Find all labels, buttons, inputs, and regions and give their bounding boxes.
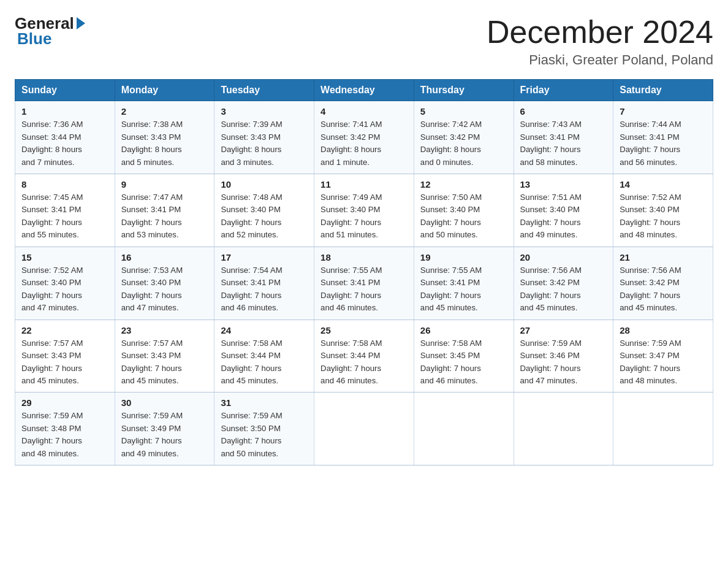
calendar-week-row: 29Sunrise: 7:59 AMSunset: 3:48 PMDayligh… xyxy=(15,393,713,465)
calendar-day-cell: 29Sunrise: 7:59 AMSunset: 3:48 PMDayligh… xyxy=(15,393,115,465)
day-number: 5 xyxy=(420,106,507,117)
calendar-week-row: 1Sunrise: 7:36 AMSunset: 3:44 PMDaylight… xyxy=(15,101,713,174)
calendar-table: Sunday Monday Tuesday Wednesday Thursday… xyxy=(15,79,713,465)
day-number: 7 xyxy=(620,106,707,117)
calendar-day-cell: 26Sunrise: 7:58 AMSunset: 3:45 PMDayligh… xyxy=(414,320,514,393)
calendar-day-cell: 8Sunrise: 7:45 AMSunset: 3:41 PMDaylight… xyxy=(15,174,115,247)
col-wednesday: Wednesday xyxy=(314,80,414,101)
day-info: Sunrise: 7:58 AMSunset: 3:45 PMDaylight:… xyxy=(420,337,507,388)
calendar-day-cell: 10Sunrise: 7:48 AMSunset: 3:40 PMDayligh… xyxy=(214,174,314,247)
calendar-day-cell: 20Sunrise: 7:56 AMSunset: 3:42 PMDayligh… xyxy=(514,247,613,320)
day-number: 26 xyxy=(420,325,507,335)
day-number: 21 xyxy=(620,252,707,262)
day-info: Sunrise: 7:50 AMSunset: 3:40 PMDaylight:… xyxy=(420,191,507,242)
calendar-day-cell: 30Sunrise: 7:59 AMSunset: 3:49 PMDayligh… xyxy=(115,393,214,465)
calendar-day-cell: 3Sunrise: 7:39 AMSunset: 3:43 PMDaylight… xyxy=(214,101,314,174)
day-number: 31 xyxy=(221,397,308,408)
logo-blue-text: Blue xyxy=(17,30,51,48)
day-info: Sunrise: 7:57 AMSunset: 3:43 PMDaylight:… xyxy=(121,337,208,388)
col-saturday: Saturday xyxy=(613,80,713,101)
calendar-day-cell xyxy=(314,393,414,465)
day-number: 23 xyxy=(121,325,208,335)
day-number: 30 xyxy=(121,397,208,408)
day-number: 17 xyxy=(221,252,308,262)
day-number: 10 xyxy=(221,179,308,190)
title-block: December 2024 Piaski, Greater Poland, Po… xyxy=(487,15,713,68)
location-title: Piaski, Greater Poland, Poland xyxy=(487,52,713,68)
calendar-day-cell: 12Sunrise: 7:50 AMSunset: 3:40 PMDayligh… xyxy=(414,174,514,247)
calendar-week-row: 8Sunrise: 7:45 AMSunset: 3:41 PMDaylight… xyxy=(15,174,713,247)
day-number: 6 xyxy=(520,106,607,117)
day-number: 15 xyxy=(21,252,108,262)
calendar-day-cell xyxy=(514,393,613,465)
calendar-week-row: 15Sunrise: 7:52 AMSunset: 3:40 PMDayligh… xyxy=(15,247,713,320)
calendar-day-cell: 9Sunrise: 7:47 AMSunset: 3:41 PMDaylight… xyxy=(115,174,214,247)
calendar-day-cell: 19Sunrise: 7:55 AMSunset: 3:41 PMDayligh… xyxy=(414,247,514,320)
month-title: December 2024 xyxy=(487,15,713,50)
calendar-day-cell: 18Sunrise: 7:55 AMSunset: 3:41 PMDayligh… xyxy=(314,247,414,320)
day-number: 19 xyxy=(420,252,507,262)
day-number: 3 xyxy=(221,106,308,117)
day-info: Sunrise: 7:47 AMSunset: 3:41 PMDaylight:… xyxy=(121,191,208,242)
calendar-day-cell: 24Sunrise: 7:58 AMSunset: 3:44 PMDayligh… xyxy=(214,320,314,393)
day-info: Sunrise: 7:58 AMSunset: 3:44 PMDaylight:… xyxy=(221,337,308,388)
day-info: Sunrise: 7:38 AMSunset: 3:43 PMDaylight:… xyxy=(121,118,208,169)
calendar-day-cell: 2Sunrise: 7:38 AMSunset: 3:43 PMDaylight… xyxy=(115,101,214,174)
logo: General Blue xyxy=(15,15,85,47)
page-header: General Blue December 2024 Piaski, Great… xyxy=(15,15,713,68)
day-info: Sunrise: 7:58 AMSunset: 3:44 PMDaylight:… xyxy=(320,337,408,388)
day-number: 22 xyxy=(21,325,108,335)
day-number: 8 xyxy=(21,179,108,190)
day-number: 11 xyxy=(320,179,408,190)
calendar-day-cell: 7Sunrise: 7:44 AMSunset: 3:41 PMDaylight… xyxy=(613,101,713,174)
calendar-day-cell: 23Sunrise: 7:57 AMSunset: 3:43 PMDayligh… xyxy=(115,320,214,393)
calendar-day-cell: 17Sunrise: 7:54 AMSunset: 3:41 PMDayligh… xyxy=(214,247,314,320)
calendar-day-cell: 1Sunrise: 7:36 AMSunset: 3:44 PMDaylight… xyxy=(15,101,115,174)
day-info: Sunrise: 7:43 AMSunset: 3:41 PMDaylight:… xyxy=(520,118,607,169)
day-info: Sunrise: 7:59 AMSunset: 3:49 PMDaylight:… xyxy=(121,410,208,460)
day-number: 29 xyxy=(21,397,108,408)
day-number: 13 xyxy=(520,179,607,190)
day-info: Sunrise: 7:59 AMSunset: 3:50 PMDaylight:… xyxy=(221,410,308,460)
day-info: Sunrise: 7:59 AMSunset: 3:46 PMDaylight:… xyxy=(520,337,607,388)
day-number: 9 xyxy=(121,179,208,190)
day-number: 28 xyxy=(620,325,707,335)
day-info: Sunrise: 7:55 AMSunset: 3:41 PMDaylight:… xyxy=(420,264,507,315)
day-number: 25 xyxy=(320,325,408,335)
day-info: Sunrise: 7:59 AMSunset: 3:48 PMDaylight:… xyxy=(21,410,108,460)
calendar-week-row: 22Sunrise: 7:57 AMSunset: 3:43 PMDayligh… xyxy=(15,320,713,393)
day-info: Sunrise: 7:41 AMSunset: 3:42 PMDaylight:… xyxy=(320,118,408,169)
calendar-day-cell: 11Sunrise: 7:49 AMSunset: 3:40 PMDayligh… xyxy=(314,174,414,247)
calendar-day-cell xyxy=(414,393,514,465)
day-number: 2 xyxy=(121,106,208,117)
calendar-day-cell: 28Sunrise: 7:59 AMSunset: 3:47 PMDayligh… xyxy=(613,320,713,393)
day-info: Sunrise: 7:36 AMSunset: 3:44 PMDaylight:… xyxy=(21,118,108,169)
col-thursday: Thursday xyxy=(414,80,514,101)
calendar-day-cell: 4Sunrise: 7:41 AMSunset: 3:42 PMDaylight… xyxy=(314,101,414,174)
day-number: 16 xyxy=(121,252,208,262)
day-info: Sunrise: 7:49 AMSunset: 3:40 PMDaylight:… xyxy=(320,191,408,242)
col-monday: Monday xyxy=(115,80,214,101)
calendar-day-cell: 22Sunrise: 7:57 AMSunset: 3:43 PMDayligh… xyxy=(15,320,115,393)
day-info: Sunrise: 7:44 AMSunset: 3:41 PMDaylight:… xyxy=(620,118,707,169)
day-number: 20 xyxy=(520,252,607,262)
calendar-day-cell: 21Sunrise: 7:56 AMSunset: 3:42 PMDayligh… xyxy=(613,247,713,320)
day-info: Sunrise: 7:55 AMSunset: 3:41 PMDaylight:… xyxy=(320,264,408,315)
calendar-day-cell: 5Sunrise: 7:42 AMSunset: 3:42 PMDaylight… xyxy=(414,101,514,174)
day-info: Sunrise: 7:52 AMSunset: 3:40 PMDaylight:… xyxy=(21,264,108,315)
calendar-day-cell xyxy=(613,393,713,465)
day-info: Sunrise: 7:53 AMSunset: 3:40 PMDaylight:… xyxy=(121,264,208,315)
day-info: Sunrise: 7:39 AMSunset: 3:43 PMDaylight:… xyxy=(221,118,308,169)
calendar-day-cell: 13Sunrise: 7:51 AMSunset: 3:40 PMDayligh… xyxy=(514,174,613,247)
calendar-day-cell: 15Sunrise: 7:52 AMSunset: 3:40 PMDayligh… xyxy=(15,247,115,320)
calendar-day-cell: 14Sunrise: 7:52 AMSunset: 3:40 PMDayligh… xyxy=(613,174,713,247)
calendar-day-cell: 25Sunrise: 7:58 AMSunset: 3:44 PMDayligh… xyxy=(314,320,414,393)
logo-arrow-icon xyxy=(77,17,85,29)
day-number: 4 xyxy=(320,106,408,117)
day-info: Sunrise: 7:51 AMSunset: 3:40 PMDaylight:… xyxy=(520,191,607,242)
day-number: 18 xyxy=(320,252,408,262)
calendar-day-cell: 31Sunrise: 7:59 AMSunset: 3:50 PMDayligh… xyxy=(214,393,314,465)
day-info: Sunrise: 7:59 AMSunset: 3:47 PMDaylight:… xyxy=(620,337,707,388)
day-info: Sunrise: 7:52 AMSunset: 3:40 PMDaylight:… xyxy=(620,191,707,242)
calendar-day-cell: 27Sunrise: 7:59 AMSunset: 3:46 PMDayligh… xyxy=(514,320,613,393)
